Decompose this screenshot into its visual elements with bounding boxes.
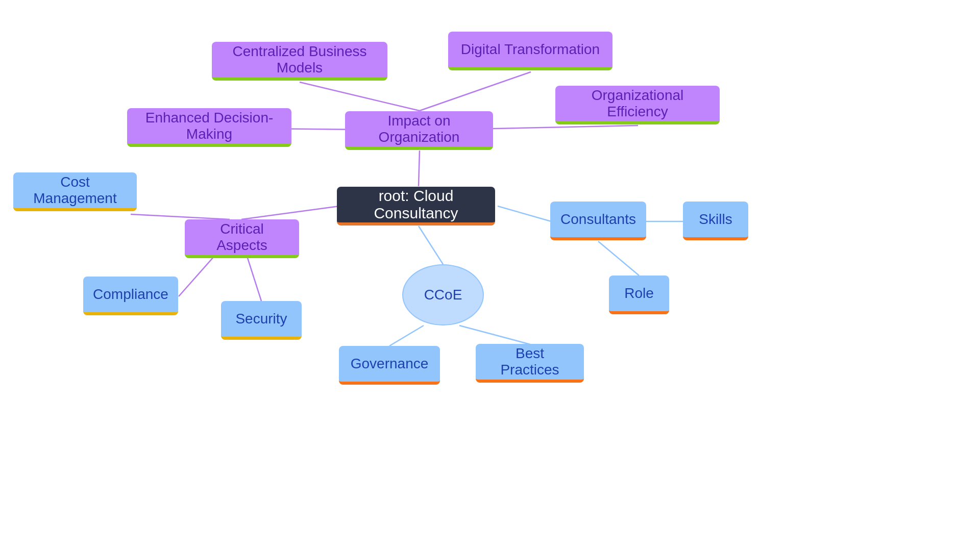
svg-line-9 bbox=[419, 226, 443, 264]
best-practices-node: Best Practices bbox=[476, 344, 584, 383]
centralized-node: Centralized Business Models bbox=[212, 42, 387, 81]
svg-line-14 bbox=[598, 241, 639, 276]
consultants-node: Consultants bbox=[550, 202, 646, 240]
svg-line-6 bbox=[131, 214, 230, 219]
root-node: root: Cloud Consultancy bbox=[337, 187, 495, 226]
svg-line-2 bbox=[420, 72, 531, 111]
svg-line-0 bbox=[419, 151, 420, 186]
critical-node: Critical Aspects bbox=[185, 219, 299, 258]
svg-line-12 bbox=[498, 206, 551, 221]
svg-line-10 bbox=[389, 325, 424, 346]
digital-node: Digital Transformation bbox=[448, 32, 612, 70]
skills-node: Skills bbox=[683, 202, 748, 240]
ccoe-node: CCoE bbox=[402, 264, 484, 325]
cost-node: Cost Management bbox=[13, 172, 137, 211]
svg-line-11 bbox=[459, 325, 530, 344]
role-node: Role bbox=[609, 276, 669, 314]
compliance-node: Compliance bbox=[83, 277, 178, 315]
impact-node: Impact on Organization bbox=[345, 111, 493, 150]
enhanced-node: Enhanced Decision-Making bbox=[127, 108, 291, 147]
governance-node: Governance bbox=[339, 346, 440, 385]
svg-line-1 bbox=[300, 82, 420, 111]
security-node: Security bbox=[221, 301, 302, 340]
org-efficiency-node: Organizational Efficiency bbox=[555, 86, 720, 124]
svg-line-5 bbox=[241, 206, 339, 219]
